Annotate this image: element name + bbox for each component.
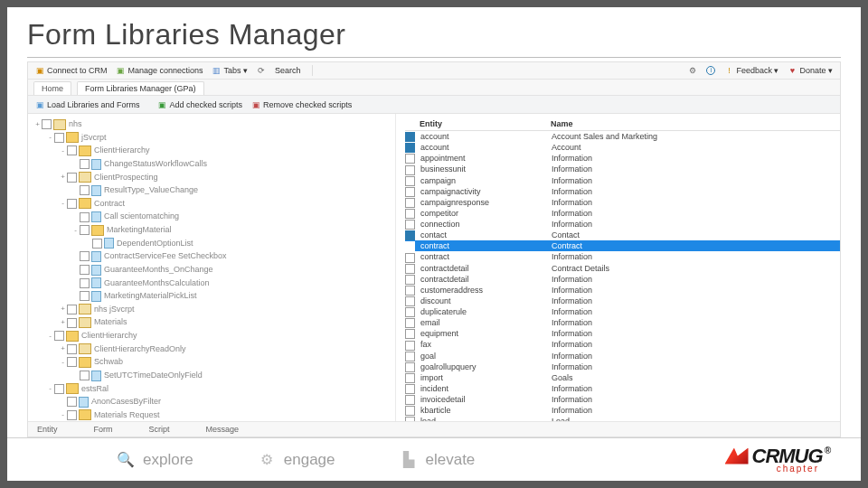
tree-node[interactable]: -estsRal [33, 382, 395, 396]
row-checkbox[interactable] [405, 187, 415, 197]
row-checkbox[interactable] [405, 318, 415, 328]
grid-row[interactable]: invoicedetailInformation [405, 394, 840, 405]
tree-node[interactable]: -Materials Request [33, 408, 395, 421]
tree-node[interactable]: -MarketingMaterial [33, 223, 395, 237]
expand-toggle[interactable]: - [59, 198, 67, 209]
row-checkbox[interactable] [405, 132, 415, 142]
tabs-dropdown[interactable]: ▥ Tabs ▾ [212, 66, 249, 75]
tree-node[interactable]: ResultType_ValueChange [33, 183, 395, 197]
tree-checkbox[interactable] [80, 371, 90, 380]
row-checkbox[interactable] [405, 341, 415, 351]
col-entity[interactable]: Entity [420, 119, 551, 128]
tree-checkbox[interactable] [54, 384, 64, 394]
tree-checkbox[interactable] [42, 119, 52, 129]
tree-node[interactable]: -jSvcrpt [33, 131, 395, 145]
tree-checkbox[interactable] [80, 265, 90, 275]
tree-checkbox[interactable] [80, 159, 90, 169]
row-checkbox[interactable] [405, 275, 415, 285]
tree-node[interactable]: +Materials [33, 315, 395, 329]
tree-node[interactable]: ChangeStatusWorkflowCalls [33, 157, 395, 171]
tree-checkbox[interactable] [67, 318, 77, 328]
row-checkbox[interactable] [405, 417, 415, 421]
expand-toggle[interactable]: + [59, 304, 67, 314]
tree-checkbox[interactable] [67, 199, 77, 209]
expand-toggle[interactable]: + [59, 172, 67, 183]
row-checkbox[interactable] [405, 362, 415, 372]
tree-node[interactable]: Call scientomatching [33, 210, 395, 223]
tree-node[interactable]: +ClientProspecting [33, 171, 395, 184]
load-libraries-button[interactable]: ▣ Load Libraries and Forms [35, 100, 140, 109]
search-button[interactable]: Search [275, 66, 301, 75]
tree-checkbox[interactable] [67, 145, 77, 155]
grid-row[interactable]: connectionInformation [405, 219, 840, 230]
row-checkbox[interactable] [405, 220, 415, 230]
expand-toggle[interactable]: - [46, 331, 54, 342]
row-checkbox[interactable] [405, 241, 415, 251]
grid-row[interactable]: campaignresponseInformation [405, 197, 840, 208]
connect-crm-button[interactable]: ▣ Connect to CRM [35, 66, 108, 75]
tree-node[interactable]: -ClientHierarchy [33, 329, 395, 343]
tree-node[interactable]: MarketingMaterialPickList [33, 289, 395, 303]
tree-pane[interactable]: +nhs-jSvcrpt-ClientHierarchyChangeStatus… [28, 114, 396, 421]
tree-checkbox[interactable] [80, 291, 90, 301]
tree-checkbox[interactable] [67, 344, 77, 354]
grid-row[interactable]: accountAccount Sales and Marketing [405, 131, 840, 142]
tree-node[interactable]: +nhs jSvcrpt [33, 303, 395, 316]
tree-checkbox[interactable] [92, 239, 102, 249]
tree-checkbox[interactable] [80, 212, 90, 222]
expand-toggle[interactable]: - [59, 357, 67, 368]
row-checkbox[interactable] [405, 165, 415, 175]
expand-toggle[interactable]: - [46, 383, 54, 394]
grid-row[interactable]: businessunitInformation [405, 164, 840, 174]
row-checkbox[interactable] [405, 230, 415, 240]
row-checkbox[interactable] [405, 253, 415, 263]
tree-node[interactable]: +nhs [33, 117, 395, 131]
remove-scripts-button[interactable]: ▣ Remove checked scripts [251, 100, 352, 109]
grid-row[interactable]: importGoals [405, 372, 840, 383]
tree-checkbox[interactable] [67, 357, 77, 367]
tree-node[interactable]: ContractServiceFee SetCheckbox [33, 249, 395, 263]
tree-node[interactable]: GuaranteeMonthsCalculation [33, 277, 395, 290]
row-checkbox[interactable] [405, 307, 415, 317]
grid-row[interactable]: competitorInformation [405, 208, 840, 219]
grid-row[interactable]: equipmentInformation [405, 328, 840, 339]
expand-toggle[interactable]: + [59, 343, 67, 354]
tree-checkbox[interactable] [80, 185, 90, 195]
feedback-dropdown[interactable]: ! Feedback ▾ [724, 66, 778, 75]
grid-row[interactable]: accountAccount [405, 142, 840, 153]
donate-dropdown[interactable]: ♥ Donate ▾ [788, 66, 833, 75]
grid-row[interactable]: goalrollupqueryInformation [405, 361, 840, 372]
tree-node[interactable]: +ClientHierarchyReadOnly [33, 343, 395, 356]
expand-toggle[interactable]: - [59, 409, 67, 420]
settings-button[interactable]: ⚙ [688, 66, 697, 75]
grid-row[interactable]: duplicateruleInformation [405, 306, 840, 317]
grid-row[interactable]: incidentInformation [405, 383, 840, 394]
expand-toggle[interactable]: - [71, 225, 80, 236]
grid-row[interactable]: contractdetailContract Details [405, 263, 840, 274]
row-checkbox[interactable] [405, 395, 415, 405]
tree-checkbox[interactable] [80, 278, 90, 288]
row-checkbox[interactable] [405, 406, 415, 416]
tree-node[interactable]: DependentOptionList [33, 237, 395, 250]
grid-row[interactable]: goalInformation [405, 351, 840, 361]
grid-row[interactable]: discountInformation [405, 296, 840, 306]
row-checkbox[interactable] [405, 296, 415, 306]
expand-toggle[interactable]: + [33, 119, 42, 130]
row-checkbox[interactable] [405, 176, 415, 186]
tree-checkbox[interactable] [80, 225, 90, 235]
grid-row[interactable]: campaignactivityInformation [405, 186, 840, 197]
grid-row[interactable]: contractdetailInformation [405, 274, 840, 285]
tree-checkbox[interactable] [67, 397, 77, 407]
refresh-button[interactable]: ⟳ [257, 66, 266, 75]
row-checkbox[interactable] [405, 209, 415, 219]
grid-row[interactable]: emailInformation [405, 317, 840, 328]
grid-row[interactable]: customeraddressInformation [405, 285, 840, 296]
row-checkbox[interactable] [405, 373, 415, 383]
grid-row[interactable]: contractInformation [405, 251, 840, 262]
grid-pane[interactable]: Entity Name accountAccount Sales and Mar… [396, 114, 840, 421]
grid-row[interactable]: contractContract [405, 240, 840, 251]
tree-checkbox[interactable] [67, 173, 77, 183]
tree-checkbox[interactable] [54, 331, 64, 341]
grid-row[interactable]: leadLead [405, 416, 840, 421]
tree-checkbox[interactable] [54, 133, 64, 143]
